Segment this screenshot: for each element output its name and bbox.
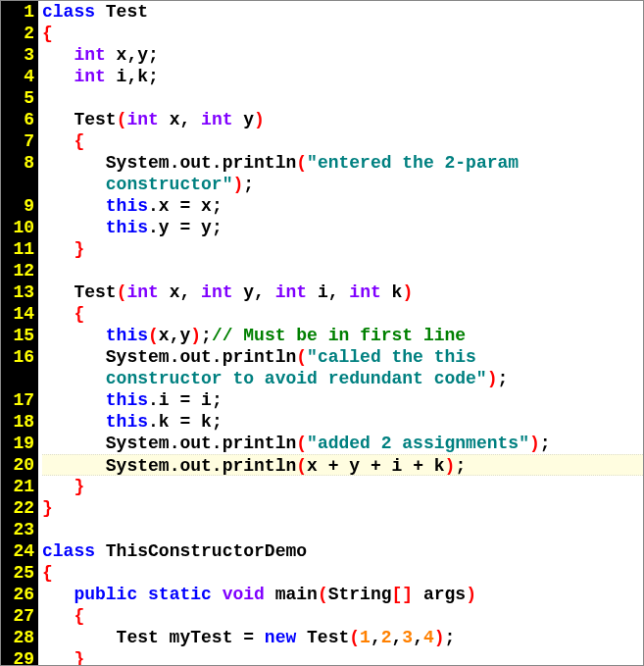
code-line[interactable]: this.i = i; (42, 389, 643, 411)
code-line[interactable] (42, 260, 643, 282)
line-number: 19 (1, 433, 34, 454)
code-line[interactable]: this(x,y);// Must be in first line (42, 325, 643, 346)
code-line[interactable]: System.out.println("entered the 2-param (42, 152, 643, 174)
code-line[interactable]: } (42, 476, 643, 497)
code-line[interactable]: this.x = x; (42, 195, 643, 217)
line-number: 4 (1, 66, 34, 87)
code-line[interactable]: } (42, 648, 643, 666)
token-op: Test (296, 628, 349, 647)
code-line[interactable]: class Test (42, 1, 643, 23)
code-line[interactable]: constructor to avoid redundant code"); (42, 368, 643, 389)
token-punct: , (328, 282, 339, 302)
token-op (254, 628, 265, 647)
token-num: 4 (423, 628, 434, 647)
code-line[interactable] (42, 87, 643, 109)
token-kw: static (148, 585, 212, 604)
code-line[interactable]: class ThisConstructorDemo (42, 540, 643, 562)
line-number: 26 (1, 584, 34, 605)
code-line[interactable]: { (42, 23, 643, 44)
code-line[interactable]: Test(int x, int y, int i, int k) (42, 282, 643, 303)
token-punct: ; (455, 456, 466, 476)
token-punct: , (254, 282, 265, 302)
code-line[interactable]: Test myTest = new Test(1,2,3,4); (42, 627, 643, 648)
token-punct: = (179, 412, 190, 432)
token-op (190, 282, 201, 302)
token-op (42, 326, 106, 345)
token-op: String (328, 585, 392, 604)
token-op: y (137, 45, 148, 65)
line-number: 15 (1, 325, 34, 346)
token-paren: ( (296, 347, 307, 367)
token-op (42, 239, 74, 259)
token-kw: this (106, 326, 148, 345)
code-line[interactable]: } (42, 497, 643, 519)
token-paren: ( (318, 585, 328, 604)
token-op: k (159, 412, 180, 432)
token-punct: ; (540, 434, 551, 453)
code-line[interactable]: Test(int x, int y) (42, 109, 643, 130)
token-op: System (42, 153, 170, 173)
token-type: int (126, 110, 158, 129)
token-op: println (223, 456, 297, 476)
code-line[interactable]: int i,k; (42, 66, 643, 87)
token-bracket: [] (392, 585, 414, 604)
code-line[interactable]: constructor"); (42, 174, 643, 195)
token-op (42, 45, 74, 65)
token-type: int (275, 282, 307, 302)
token-punct: ; (498, 369, 509, 388)
token-kw: public (74, 585, 137, 604)
token-op: x (190, 196, 212, 216)
code-editor[interactable]: 1234567891011121314151617181920212223242… (1, 1, 643, 665)
token-paren: ) (190, 326, 201, 345)
token-paren: ( (296, 434, 307, 453)
token-op (42, 585, 74, 604)
code-line[interactable]: { (42, 562, 643, 584)
token-punct: , (392, 628, 403, 647)
code-line[interactable]: System.out.println("added 2 assignments"… (42, 433, 643, 454)
code-line[interactable]: public static void main(String[] args) (42, 584, 643, 605)
code-line[interactable]: } (42, 238, 643, 260)
code-line[interactable]: this.k = k; (42, 411, 643, 433)
token-op: k (381, 282, 403, 302)
line-number (1, 368, 34, 389)
code-line[interactable] (42, 519, 643, 540)
token-op: Test myTest (42, 628, 243, 647)
token-kw: this (106, 218, 148, 237)
code-line[interactable]: { (42, 605, 643, 627)
token-op (42, 390, 106, 410)
token-paren: ) (254, 110, 265, 129)
token-op: System (42, 434, 170, 453)
code-line[interactable]: System.out.println("called the this (42, 346, 643, 368)
token-punct: + (413, 456, 423, 476)
token-op (137, 585, 148, 604)
code-line[interactable]: { (42, 303, 643, 325)
token-brace: { (74, 606, 84, 626)
token-paren: ( (349, 628, 360, 647)
token-paren: ) (529, 434, 540, 453)
code-area[interactable]: class Test{ int x,y; int i,k; Test(int x… (38, 1, 643, 665)
line-number: 29 (1, 648, 34, 666)
line-number: 23 (1, 519, 34, 540)
token-op: x (307, 456, 328, 476)
token-punct: ; (212, 218, 223, 237)
token-punct: + (328, 456, 339, 476)
token-op (42, 67, 74, 86)
token-punct: = (179, 196, 190, 216)
code-line[interactable]: { (42, 130, 643, 152)
code-line[interactable]: int x,y; (42, 44, 643, 66)
token-kw: this (106, 390, 148, 410)
token-punct: . (212, 434, 223, 453)
line-number: 16 (1, 346, 34, 368)
code-line[interactable]: System.out.println(x + y + i + k); (42, 454, 643, 476)
token-punct: = (179, 390, 190, 410)
token-type: int (349, 282, 380, 302)
token-punct: . (148, 390, 159, 410)
token-type: int (126, 282, 158, 302)
code-line[interactable]: this.y = y; (42, 217, 643, 238)
line-number: 7 (1, 130, 34, 152)
line-number: 1 (1, 1, 34, 23)
token-punct: ; (148, 45, 159, 65)
token-punct: + (371, 456, 381, 476)
token-paren: ( (117, 282, 127, 302)
token-op: Test (42, 282, 117, 302)
